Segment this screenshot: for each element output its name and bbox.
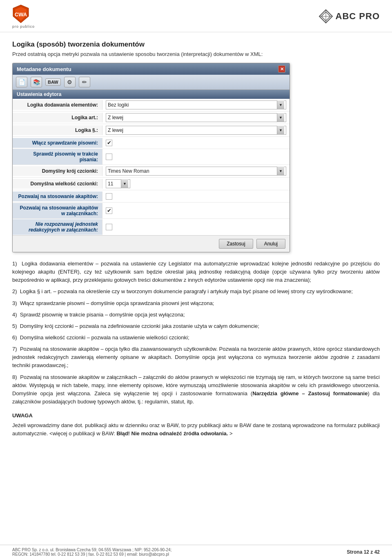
page-subtitle: Przed ostatnią opcja metryki pozwala na … (12, 51, 380, 57)
body-para-4: 4) Sprawdź pisownię w trakcie pisania – … (12, 311, 380, 319)
label-sprawdz-pisownie: Sprawdź pisownię w trakcie pisania: (13, 149, 102, 165)
toolbar-edit-button[interactable]: ✏ (79, 77, 90, 87)
value-nie-rozpoznawaj (102, 222, 290, 232)
uwaga-text: Jeżeli wprowadzimy dane dot. publikacji … (12, 421, 380, 438)
body-para-2: 2) Logika § i art. – pozwala na określen… (12, 287, 380, 296)
abc-pro-label: ABC PRO (336, 11, 380, 22)
dialog-title: Metadane dokumentu (17, 66, 71, 72)
row-nie-rozpoznawaj: Nie rozpoznawaj jednostek redakcyjnych w… (13, 219, 290, 235)
checkbox-akapity[interactable] (106, 193, 112, 200)
body-para-7: 7) Pozwalaj na stosowanie akapitów – opc… (12, 345, 380, 370)
row-wlacz-sprawdzanie: Włącz sprawdzanie pisowni: ✔ (13, 137, 290, 149)
page-title: Logika (sposób) tworzenia dokumentów (12, 40, 380, 49)
uwaga-title: UWAGA (12, 412, 380, 420)
row-logika-dodawania: Logika dodawania elementów: Bez logiki ▼ (13, 99, 290, 111)
toolbar-settings-button[interactable]: ⚙ (64, 77, 76, 87)
page-footer: ABC PRO Sp. z o.o. ul. Bronisława Czecha… (0, 545, 392, 559)
main-content: Logika (sposób) tworzenia dokumentów Prz… (0, 32, 392, 450)
label-akapity-zalaczniki: Pozwalaj na stosowanie akapitów w załącz… (13, 203, 102, 218)
dialog-section-header: Ustawienia edytora (13, 90, 290, 99)
dialog-titlebar: Metadane dokumentu ✕ (13, 63, 290, 75)
value-akapity-zalaczniki: ✔ (102, 206, 290, 216)
svg-text:CWA: CWA (15, 11, 27, 18)
row-sprawdz-pisownie: Sprawdź pisownię w trakcie pisania: (13, 149, 290, 165)
toolbar-baw-button[interactable]: BAW (45, 78, 61, 86)
label-akapity: Pozwalaj na stosowanie akapitów: (13, 192, 102, 201)
dialog-toolbar: 📄 📚 BAW ⚙ ✏ (13, 75, 290, 90)
value-wlacz-sprawdzanie: ✔ (102, 138, 290, 148)
dropdown-wielkosc-czcionki[interactable]: 11 ▼ (106, 179, 130, 188)
checkbox-akapity-zalaczniki[interactable]: ✔ (106, 207, 112, 214)
abc-pro-logo: ABC PRO (318, 9, 380, 24)
value-wielkosc-czcionki: 11 ▼ (102, 178, 290, 190)
label-wielkosc-czcionki: Domyślna wielkość czcionki: (13, 179, 102, 189)
abc-diamond-icon (318, 9, 333, 24)
toolbar-open-button[interactable]: 📚 (31, 77, 42, 87)
row-krojczcionki: Domyślny krój czcionki: Times New Roman … (13, 165, 290, 178)
dialog-footer: Zastosuj Anuluj (13, 235, 290, 252)
dropdown-arrow-icon: ▼ (277, 100, 284, 109)
body-para-3: 3) Włącz sprawdzanie pisowni – domyślnie… (12, 299, 380, 307)
value-logika-art: Z lewej ▼ (102, 111, 290, 124)
dropdown-arrow-icon-2: ▼ (277, 113, 284, 122)
dropdown-logika-par[interactable]: Z lewej ▼ (106, 126, 286, 135)
footer-page-number: Strona 12 z 42 (347, 549, 380, 555)
label-wlacz-sprawdzanie: Włącz sprawdzanie pisowni: (13, 138, 102, 148)
toolbar-new-doc-button[interactable]: 📄 (16, 77, 27, 87)
page-header: CWA pro publico ABC PRO (0, 0, 392, 32)
dialog-body: Logika dodawania elementów: Bez logiki ▼… (13, 99, 290, 235)
value-logika-dodawania: Bez logiki ▼ (102, 99, 290, 111)
dropdown-logika-dodawania[interactable]: Bez logiki ▼ (106, 100, 286, 109)
cwa-shield-icon: CWA (12, 4, 29, 24)
dropdown-krojczcionki[interactable]: Times New Roman ▼ (106, 167, 286, 176)
footer-line2: REGON: 141847780 tel. 0-22 812 53 39 | f… (12, 552, 172, 557)
anuluj-button[interactable]: Anuluj (256, 239, 285, 249)
body-para-1: 1) Logika dodawania elementów – pozwala … (12, 260, 380, 284)
cwa-logo: CWA pro publico (12, 4, 35, 29)
label-krojczcionki: Domyślny krój czcionki: (13, 166, 102, 176)
dropdown-arrow-icon-3: ▼ (277, 126, 284, 135)
label-logika-dodawania: Logika dodawania elementów: (13, 100, 102, 110)
dropdown-arrow-icon-5: ▼ (121, 179, 128, 188)
row-logika-par: Logika §.: Z lewej ▼ (13, 124, 290, 137)
label-logika-par: Logika §.: (13, 125, 102, 135)
value-akapity (102, 192, 290, 201)
row-logika-art: Logika art.: Z lewej ▼ (13, 111, 290, 124)
checkbox-sprawdz-pisownie[interactable] (106, 154, 112, 160)
value-sprawdz-pisownie (102, 152, 290, 162)
dropdown-logika-art[interactable]: Z lewej ▼ (106, 113, 286, 122)
body-para-6: 6) Domyślna wielkość czcionki – pozwala … (12, 334, 380, 342)
checkbox-wlacz-sprawdzanie[interactable]: ✔ (106, 140, 112, 146)
row-akapity: Pozwalaj na stosowanie akapitów: (13, 190, 290, 203)
metadane-dialog: Metadane dokumentu ✕ 📄 📚 BAW ⚙ ✏ Ustawie… (12, 63, 290, 252)
footer-line1: ABC PRO Sp. z o.o. ul. Bronisława Czecha… (12, 548, 172, 552)
row-wielkosc-czcionki: Domyślna wielkość czcionki: 11 ▼ (13, 178, 290, 190)
label-nie-rozpoznawaj: Nie rozpoznawaj jednostek redakcyjnych w… (13, 219, 102, 235)
value-krojczcionki: Times New Roman ▼ (102, 165, 290, 177)
footer-address: ABC PRO Sp. z o.o. ul. Bronisława Czecha… (12, 548, 172, 557)
dropdown-arrow-icon-4: ▼ (277, 167, 284, 176)
body-content: 1) Logika dodawania elementów – pozwala … (12, 260, 380, 438)
dialog-close-button[interactable]: ✕ (278, 65, 285, 73)
checkbox-nie-rozpoznawaj[interactable] (106, 224, 112, 230)
row-akapity-zalaczniki: Pozwalaj na stosowanie akapitów w załącz… (13, 203, 290, 219)
value-logika-par: Z lewej ▼ (102, 124, 290, 136)
label-logika-art: Logika art.: (13, 113, 102, 122)
zastosuj-button[interactable]: Zastosuj (219, 239, 253, 249)
body-para-5: 5) Domyślny krój czcionki – pozwala na z… (12, 322, 380, 330)
body-para-8: 8) Pozwalaj na stosowanie akapitów w zał… (12, 373, 380, 406)
